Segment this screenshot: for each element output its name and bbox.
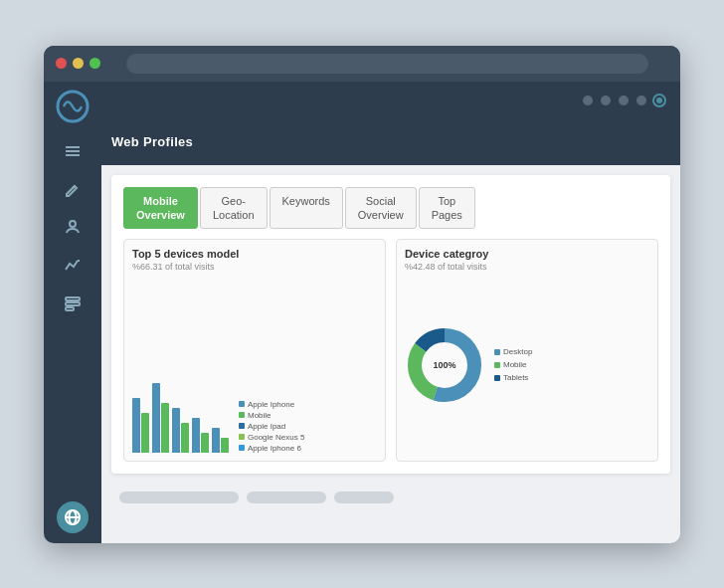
tab-geo-location[interactable]: Geo-Location [200,187,268,230]
browser-window: Web Profiles MobileOverview Geo-Location… [44,46,680,543]
bar-chart [132,383,229,453]
browser-body: Web Profiles MobileOverview Geo-Location… [44,82,680,543]
chart-icon[interactable] [57,249,89,281]
sidebar [44,82,101,543]
donut-chart-area: 100% Desktop Mobile Tablets [405,278,649,452]
svg-point-5 [70,221,76,227]
web-profiles-bar: Web Profiles [101,119,680,165]
tab-bar: MobileOverview Geo-Location Keywords Soc… [123,187,658,230]
donut-chart-title: Device categroy [405,248,649,260]
donut-chart-card: Device categroy %42.48 of total visits [396,239,658,461]
bar-chart-legend: Apple Iphone Mobile Apple Ipad Google Ne… [239,400,304,453]
bar-chart-subtitle: %66.31 of total visits [132,262,377,272]
edit-icon[interactable] [57,173,89,205]
svg-rect-7 [66,297,80,300]
donut-chart-legend: Desktop Mobile Tablets [494,347,532,382]
tab-social-overview[interactable]: SocialOverview [345,187,417,230]
bottom-bar-3 [334,491,394,503]
browser-titlebar [44,46,680,82]
nav-dot-4[interactable] [636,96,646,105]
donut-center-label: 100% [433,360,455,370]
nav-dot-5[interactable] [654,96,664,105]
content-area: Web Profiles MobileOverview Geo-Location… [101,119,680,543]
web-profiles-label: Web Profiles [111,134,193,149]
bottom-bar-1 [119,491,239,503]
svg-rect-8 [66,302,80,305]
donut-chart-subtitle: %42.48 of total visits [405,262,649,272]
svg-rect-9 [66,307,74,310]
globe-icon[interactable] [57,501,89,533]
tab-top-pages[interactable]: TopPages [419,187,475,230]
nav-dot-3[interactable] [619,96,629,105]
svg-line-4 [73,186,75,188]
nav-dot-2[interactable] [601,96,611,105]
content-bottom [111,484,670,533]
main-content: Web Profiles MobileOverview Geo-Location… [101,82,680,543]
list-icon[interactable] [57,287,89,318]
bottom-bar-2 [247,491,326,503]
bar-chart-title: Top 5 devices model [132,248,377,260]
dashboard-panel: MobileOverview Geo-Location Keywords Soc… [111,175,670,474]
charts-row: Top 5 devices model %66.31 of total visi… [123,239,658,461]
tab-keywords[interactable]: Keywords [270,187,343,230]
maximize-button[interactable] [90,58,100,69]
tab-mobile-overview[interactable]: MobileOverview [123,187,198,230]
nav-dot-1[interactable] [583,96,593,105]
bar-chart-card: Top 5 devices model %66.31 of total visi… [123,239,386,461]
close-button[interactable] [56,58,67,69]
users-icon[interactable] [57,211,89,243]
address-bar[interactable] [126,54,648,74]
top-bar [101,82,680,119]
logo [56,90,90,123]
minimize-button[interactable] [73,58,84,69]
menu-icon[interactable] [57,135,89,167]
